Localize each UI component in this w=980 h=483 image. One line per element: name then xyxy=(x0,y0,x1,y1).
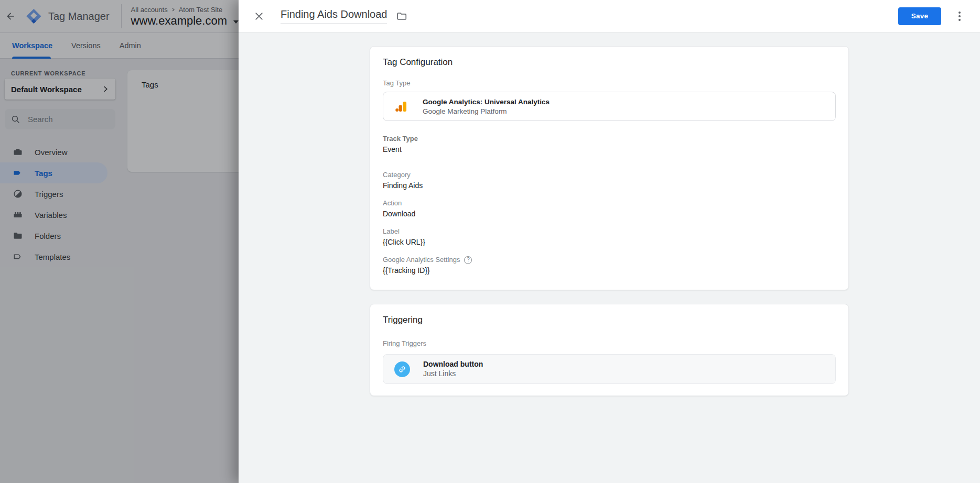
help-icon[interactable]: ? xyxy=(464,256,472,264)
category-value: Finding Aids xyxy=(383,181,836,190)
tag-configuration-title: Tag Configuration xyxy=(383,57,836,68)
tag-editor-body: Tag Configuration Tag Type Google Analyt… xyxy=(239,33,980,483)
ga-settings-value: {{Tracking ID}} xyxy=(383,266,836,275)
ga-settings-label: Google Analytics Settings xyxy=(383,256,460,264)
trigger-name: Download button xyxy=(423,360,483,369)
tag-editor-header: Finding Aids Download Save xyxy=(239,0,980,32)
category-label: Category xyxy=(383,171,836,179)
ga-settings-label-row: Google Analytics Settings ? xyxy=(383,256,836,264)
move-to-folder-button[interactable] xyxy=(395,10,408,23)
modal-scrim[interactable] xyxy=(0,0,239,483)
tag-name-input[interactable]: Finding Aids Download xyxy=(281,8,387,24)
just-links-trigger-badge xyxy=(394,361,410,377)
close-icon xyxy=(254,11,264,21)
trigger-type: Just Links xyxy=(423,369,483,378)
more-actions-button[interactable] xyxy=(953,10,966,23)
tag-type-vendor: Google Marketing Platform xyxy=(423,107,550,116)
folder-outline-icon xyxy=(396,10,407,22)
firing-triggers-label: Firing Triggers xyxy=(383,339,836,348)
close-button[interactable] xyxy=(253,10,265,23)
google-analytics-icon xyxy=(394,100,408,114)
save-button[interactable]: Save xyxy=(898,7,941,25)
action-value: Download xyxy=(383,209,836,218)
link-icon xyxy=(396,363,408,375)
kebab-dot xyxy=(959,15,961,17)
tag-editor-panel: Finding Aids Download Save Tag Configura… xyxy=(239,0,980,483)
triggering-card[interactable]: Triggering Firing Triggers Download butt… xyxy=(370,304,849,396)
action-label: Action xyxy=(383,199,836,207)
tag-type-label: Tag Type xyxy=(383,79,836,87)
firing-trigger-row[interactable]: Download button Just Links xyxy=(383,354,836,384)
gtm-app: Tag Manager All accounts Atom Test Site … xyxy=(0,0,980,483)
tag-type-name: Google Analytics: Universal Analytics xyxy=(423,97,550,106)
label-label: Label xyxy=(383,227,836,236)
kebab-dot xyxy=(959,19,961,21)
track-type-value: Event xyxy=(383,145,836,154)
track-type-label: Track Type xyxy=(383,135,836,143)
label-value: {{Click URL}} xyxy=(383,237,836,247)
kebab-dot xyxy=(959,12,961,14)
tag-type-selector[interactable]: Google Analytics: Universal Analytics Go… xyxy=(383,92,836,121)
triggering-title: Triggering xyxy=(383,314,836,326)
tag-configuration-card[interactable]: Tag Configuration Tag Type Google Analyt… xyxy=(370,46,849,290)
